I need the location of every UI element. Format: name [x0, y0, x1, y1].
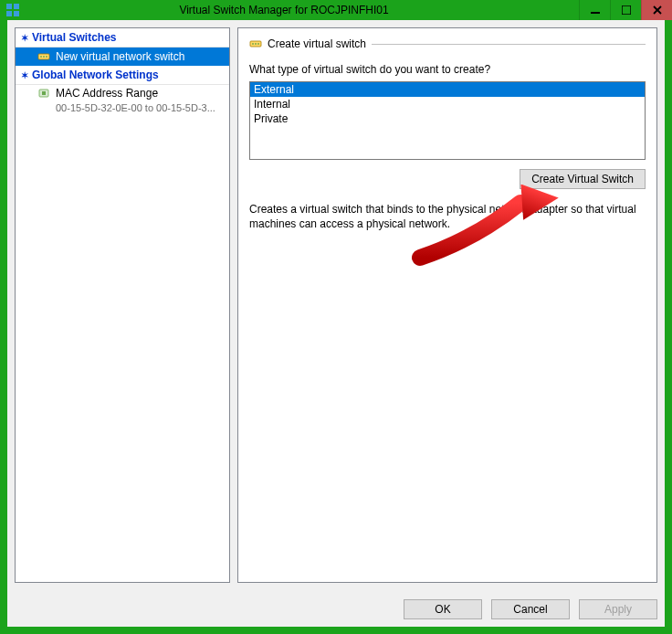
minimize-button[interactable]	[579, 0, 610, 20]
window-frame: Virtual Switch Manager for ROCJPINFHI01 …	[0, 0, 672, 634]
network-card-icon	[37, 87, 50, 100]
cancel-button[interactable]: Cancel	[491, 599, 570, 619]
prompt-text: What type of virtual switch do you want …	[249, 63, 646, 76]
switch-type-listbox[interactable]: External Internal Private	[249, 81, 646, 160]
section-header: Create virtual switch	[249, 37, 646, 50]
listbox-item-external[interactable]: External	[250, 82, 645, 97]
window-title: Virtual Switch Manager for ROCJPINFHI01	[26, 4, 579, 16]
detail-pane: Create virtual switch What type of virtu…	[237, 27, 657, 583]
switch-icon	[249, 37, 262, 50]
svg-rect-2	[6, 11, 12, 16]
dialog-buttons: OK Cancel Apply	[7, 590, 665, 627]
app-icon	[5, 3, 20, 17]
tree-section-label: Global Network Settings	[32, 69, 159, 81]
tree-item-mac-detail: 00-15-5D-32-0E-00 to 00-15-5D-3...	[16, 101, 229, 114]
create-virtual-switch-button[interactable]: Create Virtual Switch	[520, 169, 646, 189]
navigation-tree: ✶ Virtual Switches New virtual network s…	[15, 27, 230, 583]
divider	[372, 44, 646, 45]
close-button[interactable]	[641, 0, 672, 20]
svg-point-15	[252, 43, 254, 45]
svg-rect-0	[6, 4, 12, 9]
tree-section-virtual-switches[interactable]: ✶ Virtual Switches	[16, 28, 229, 48]
tree-item-label: MAC Address Range	[56, 87, 158, 100]
apply-button[interactable]: Apply	[579, 599, 657, 619]
ok-button[interactable]: OK	[404, 599, 482, 619]
tree-section-label: Virtual Switches	[32, 31, 116, 44]
svg-rect-1	[14, 4, 19, 9]
window-buttons	[579, 0, 672, 20]
listbox-item-private[interactable]: Private	[250, 111, 645, 126]
create-button-row: Create Virtual Switch	[249, 169, 646, 189]
tree-item-mac-range[interactable]: MAC Address Range	[16, 85, 229, 101]
collapse-icon: ✶	[21, 33, 28, 43]
content-area: ✶ Virtual Switches New virtual network s…	[7, 20, 665, 590]
svg-point-16	[255, 43, 257, 45]
listbox-item-internal[interactable]: Internal	[250, 97, 645, 111]
switch-icon	[37, 50, 50, 63]
svg-point-10	[43, 56, 45, 58]
tree-item-new-switch[interactable]: New virtual network switch	[16, 48, 229, 66]
svg-rect-4	[591, 12, 600, 14]
svg-rect-3	[14, 11, 19, 16]
titlebar[interactable]: Virtual Switch Manager for ROCJPINFHI01	[0, 0, 672, 20]
tree-section-global-settings[interactable]: ✶ Global Network Settings	[16, 66, 229, 85]
svg-point-9	[40, 56, 42, 58]
svg-point-17	[257, 43, 259, 45]
tree-item-label: New virtual network switch	[56, 50, 184, 63]
svg-point-11	[46, 56, 47, 58]
svg-rect-5	[622, 5, 631, 15]
collapse-icon: ✶	[21, 70, 28, 80]
maximize-button[interactable]	[610, 0, 641, 20]
section-title-text: Create virtual switch	[268, 37, 366, 50]
svg-rect-13	[42, 91, 46, 95]
description-text: Creates a virtual switch that binds to t…	[249, 202, 646, 231]
